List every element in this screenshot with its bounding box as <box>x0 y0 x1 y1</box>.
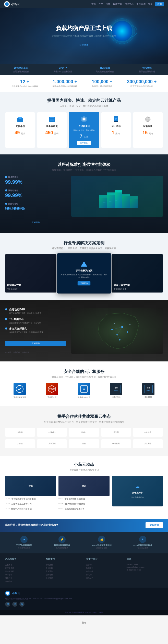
footer-nav-item-2-1[interactable]: 新闻资讯 <box>86 567 123 569</box>
footer-feat-icon-2: 🔒 <box>98 536 105 543</box>
nav-help[interactable]: 帮助中心 <box>125 3 134 6</box>
stat-num-0: 12 + <box>11 79 38 84</box>
product-card-3[interactable]: SSL证书 1 元/年 <box>101 112 131 148</box>
quick-item-1[interactable]: GPU广⁺ 海量GPU云主机资源 <box>42 66 84 73</box>
partner-5[interactable]: SHCOM <box>5 439 35 448</box>
footer-nav-item-0-2[interactable]: 云虚拟主机 <box>5 570 42 573</box>
nav-solutions[interactable]: 解决方案 <box>113 3 122 6</box>
cert-item-4: ISO9001 ISO 9001 <box>138 383 159 399</box>
nav-home[interactable]: 首页 <box>91 3 96 6</box>
network-item-title-2: 多方兆光纤接入 <box>9 327 43 331</box>
news-text-5[interactable]: ISO认证续期完成公告 <box>65 508 85 511</box>
footer-nav-item-0-1[interactable]: 物理服务器 <box>5 567 42 569</box>
nav-login[interactable]: 登录 <box>148 3 153 6</box>
solution-cards: 网站建设方案 专业建站服务 移动云解决方案 为移动互联网企业量身定制全面的云计算… <box>5 254 163 293</box>
footer-feat-3: ✦ 7×24完善的售后服务 专业团队支持 <box>133 536 152 549</box>
news-text-4[interactable]: BGP网络优化完成通知 <box>65 503 85 505</box>
partner-7[interactable]: 云俊 <box>69 439 99 448</box>
news-text-1[interactable]: 云服务器新品发布公告 <box>11 503 32 505</box>
network-map <box>71 308 163 354</box>
news-time-3: 03-22 <box>58 498 63 500</box>
footer-feat-title-3: 7×24完善的售后服务 <box>133 544 152 547</box>
footer-nav-item-3-0[interactable]: 400-860-8060 <box>127 564 163 565</box>
svg-rect-22 <box>130 199 138 208</box>
quick-item-2[interactable]: HSM金融 高性能独立密码服务 <box>84 66 126 73</box>
quick-item-0[interactable]: 超强弹力主机 按需使用弹性付费 <box>0 66 42 73</box>
news-text-3[interactable]: 安全加密服务全面升级 <box>65 498 85 501</box>
news-card-title-2: 开年采购季 <box>131 490 143 495</box>
quality-more-btn[interactable]: 了解更多 <box>5 220 66 225</box>
solution-card-0[interactable]: 网站建设方案 专业建站服务 <box>5 254 56 293</box>
product-card-1[interactable]: 服务器租赁 450 元/月 <box>37 112 67 148</box>
footer-nav-item-1-1[interactable]: 常见问题 <box>46 567 82 569</box>
footer-info: 地址：北京市朝阳区某某大厦 Tel：+86 400-860-8060 Email… <box>5 597 163 600</box>
cert-icon-miit: 工信部 <box>46 383 58 395</box>
cta-register-btn[interactable]: 立即注册 <box>146 522 163 528</box>
news-img-1[interactable]: 资讯 <box>58 476 109 496</box>
footer-nav-item-0-4[interactable]: 域名注册 <box>5 577 42 579</box>
cert-label-1: 工信部认证 <box>47 396 56 399</box>
footer-nav-item-0-3[interactable]: SSL证书 <box>5 574 42 576</box>
partner-8[interactable]: 4P往往网 <box>101 439 131 448</box>
solution-btn-1[interactable]: 了解更多 <box>78 281 90 286</box>
footer-nav-item-0-0[interactable]: 云服务器 <box>5 564 42 566</box>
nav-eco[interactable]: 生态合作 <box>136 3 146 6</box>
stat-2: 100,000 + 数百万个域名注册选择 <box>92 79 113 88</box>
news-img-0[interactable]: 帮助 <box>5 476 56 496</box>
logo[interactable]: 小鸟云 <box>4 1 20 7</box>
partner-3[interactable]: 墙外网 <box>101 428 131 437</box>
footer-nav-item-1-3[interactable]: 在线客服 <box>46 574 82 576</box>
cert-icon-iso27k: ISO27001 <box>110 383 122 395</box>
footer-nav-item-2-2[interactable]: 合作伙伴 <box>86 570 123 573</box>
hero-cta-btn[interactable]: 立即使用 <box>75 42 93 48</box>
product-buy-btn-2[interactable]: 立即购买 <box>77 141 91 145</box>
qq-icon[interactable]: Q <box>19 602 25 607</box>
news-img-2[interactable]: ☁ 开年采购季 云产品全线优惠 <box>112 476 163 506</box>
nav-register-btn[interactable]: 注册 <box>155 2 164 6</box>
product-card-0[interactable]: 云服务器 49 元/月 <box>5 112 35 148</box>
footer-nav-item-1-4[interactable]: 联系我们 <box>46 577 82 579</box>
partner-0[interactable]: 云快卖 <box>5 428 35 437</box>
svg-point-41 <box>16 385 23 393</box>
partner-4[interactable]: 奇它布克 <box>133 428 163 437</box>
quick-item-3[interactable]: VPC增速 量子安全网络加速 <box>126 66 168 73</box>
quality-stat-val-2: 99.999% <box>5 206 66 212</box>
footer-nav-col-1: 帮助支持 帮助文档 常见问题 工单系统 在线客服 联系我们 <box>46 557 82 584</box>
stat-label-0: 云数据中心均为大中企业服务 <box>11 85 38 88</box>
solution-title-1: 移动云解决方案 <box>60 269 108 272</box>
compliance-sub: 拥有工信部，TRUCS，ISO及多种合规资质，保障用户数据安全 <box>5 375 163 379</box>
footer-nav-item-2-4[interactable]: 联系我们 <box>86 577 123 579</box>
footer-nav-item-2-0[interactable]: 关于我们 <box>86 564 123 566</box>
wechat-icon[interactable]: 信 <box>12 602 17 607</box>
footer-feat-sub-1: 高性能稳定服务 <box>54 547 70 549</box>
solution-title-2: 游戏云解决方案 <box>114 284 161 287</box>
product-name-4: 域名注册 <box>135 125 161 128</box>
solution-card-1[interactable]: 移动云解决方案 为移动互联网企业量身定制全面的云计算解决方案，助力企业快速成长 … <box>57 253 111 294</box>
product-card-4[interactable]: 域名注册 15 元/年 <box>133 112 163 148</box>
weibo-icon[interactable]: 微 <box>5 602 10 607</box>
footer-nav-item-2-3[interactable]: 加入我们 <box>86 574 123 576</box>
news-text-0[interactable]: 关于技术维护通知相关事项 <box>11 498 36 501</box>
footer-nav-item-0-5[interactable]: CDN加速 <box>5 580 42 583</box>
svg-rect-7 <box>50 120 54 121</box>
cert-label-0: 可信云服务认证 <box>14 396 26 399</box>
footer-nav-col-3: 联系 400-860-8060 support@niaoyun.com 工作日 … <box>127 557 163 584</box>
network-more-btn[interactable]: 了解更多 <box>5 341 66 346</box>
partner-9[interactable]: 某某网络 <box>133 439 163 448</box>
nav-products[interactable]: 产品 <box>99 3 103 6</box>
footer-nav-item-1-2[interactable]: 工单系统 <box>46 570 82 573</box>
footer-nav-item-1-0[interactable]: 帮助文档 <box>46 564 82 566</box>
product-card-2[interactable]: 云虚拟主机 简单快速上云，高稳定可靠 7 元/月 立即购买 <box>69 112 99 148</box>
partner-6[interactable]: 深圳卫程 <box>37 439 67 448</box>
footer-nav-item-3-1[interactable]: support@niaoyun.com <box>127 566 163 568</box>
solution-card-2[interactable]: 游戏云解决方案 专业游戏云服务 <box>112 254 163 293</box>
partner-1[interactable]: 好慷科技 <box>37 428 67 437</box>
network-section: 自建动态BGP 自主研发的骨干网络，多线接入全面覆盖 T3+数据中心 符合国家标… <box>0 300 168 361</box>
news-grid: 帮助 03-23 关于技术维护通知相关事项 03-20 云服务器新品发布公告 0… <box>5 476 163 513</box>
quick-title-2: HSM金融 <box>100 66 110 70</box>
nav-price[interactable]: 价格 <box>106 3 110 6</box>
news-text-2[interactable]: 数据中心扩容升级通知 <box>11 508 32 511</box>
solution-desc-1: 为移动互联网企业量身定制全面的云计算解决方案，助力企业快速成长 <box>60 273 108 278</box>
partner-2[interactable]: 某科技 <box>69 428 99 437</box>
svg-point-35 <box>129 324 130 325</box>
